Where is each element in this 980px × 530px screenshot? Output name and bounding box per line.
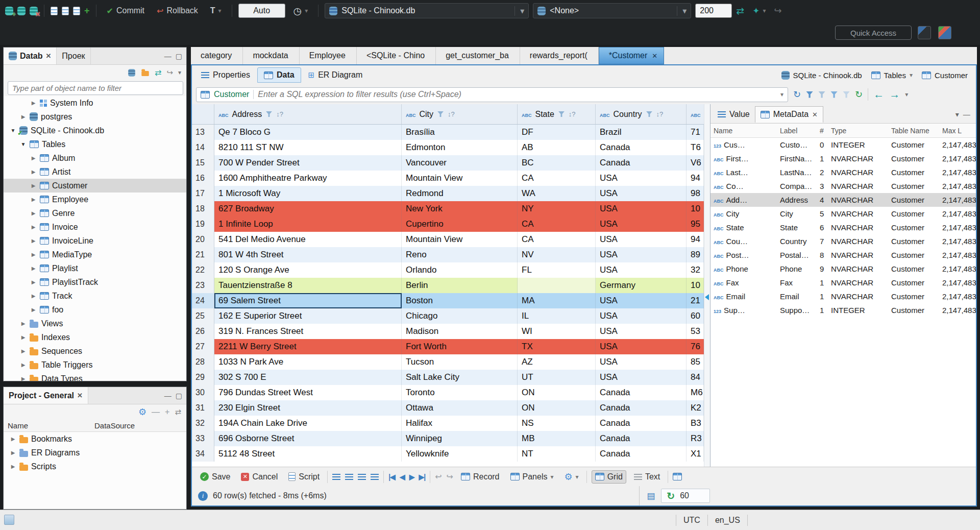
metadata-maxlength-cell[interactable]: 2,147,483 bbox=[939, 306, 976, 315]
cell-postalcode-clipped[interactable]: 71 bbox=[687, 125, 704, 140]
cell-postalcode-clipped[interactable]: 60 bbox=[687, 308, 704, 324]
cell-postalcode-clipped[interactable]: 84 bbox=[687, 370, 704, 385]
row-number[interactable]: 26 bbox=[192, 324, 214, 339]
new-connection-icon[interactable]: + bbox=[5, 7, 13, 15]
cell-city[interactable]: Madison bbox=[402, 324, 518, 339]
column-header-city[interactable]: City ↕? bbox=[402, 104, 518, 124]
expander-arrow-icon[interactable] bbox=[20, 362, 27, 368]
fetch-size-input[interactable] bbox=[695, 4, 732, 18]
grid-view-button[interactable]: Grid bbox=[592, 470, 626, 484]
metadata-type-cell[interactable]: NVARCHAR bbox=[828, 292, 888, 301]
cell-address[interactable]: 162 E Superior Street bbox=[214, 308, 402, 324]
result-set-options-icon[interactable] bbox=[673, 473, 682, 480]
cell-state[interactable]: TX bbox=[518, 339, 596, 354]
commit-button[interactable]: ✔ Commit bbox=[103, 4, 149, 18]
maximize-icon[interactable]: ▢ bbox=[176, 52, 182, 60]
metadata-maxlength-cell[interactable]: 2,147,483 bbox=[939, 278, 976, 287]
editor-tab[interactable]: <SQLite - Chino bbox=[357, 47, 436, 64]
cancel-button[interactable]: Cancel bbox=[238, 471, 281, 483]
cell-state[interactable]: IL bbox=[518, 308, 596, 324]
tree-item[interactable]: Scripts bbox=[4, 460, 186, 473]
new-sql-editor-icon[interactable] bbox=[73, 7, 80, 15]
cell-city[interactable]: Redmond bbox=[402, 186, 518, 201]
previous-row-icon[interactable]: ◀ bbox=[400, 473, 405, 481]
tree-item[interactable]: Invoice bbox=[4, 220, 186, 234]
cell-country[interactable]: USA bbox=[596, 324, 687, 339]
tab-projects[interactable]: Проек bbox=[57, 47, 90, 64]
column-header-max-length[interactable]: Max L bbox=[939, 127, 976, 135]
sort-icon[interactable]: ↕? bbox=[448, 110, 455, 118]
metadata-ordinal-cell[interactable]: 7 bbox=[817, 237, 828, 246]
cell-state[interactable]: BC bbox=[518, 155, 596, 171]
filter-history-dropdown-icon[interactable]: ▾ bbox=[780, 91, 783, 98]
expander-arrow-icon[interactable] bbox=[20, 376, 27, 381]
cell-state[interactable]: CA bbox=[518, 171, 596, 186]
close-icon[interactable]: ✕ bbox=[45, 52, 51, 60]
expander-arrow-icon[interactable] bbox=[10, 464, 16, 469]
add-row-icon[interactable] bbox=[345, 474, 353, 480]
tree-item[interactable]: PlaylistTrack bbox=[4, 275, 186, 289]
cell-address[interactable]: 801 W 4th Street bbox=[214, 247, 402, 262]
expand-all-icon[interactable]: + bbox=[165, 407, 169, 417]
metadata-table-cell[interactable]: Customer bbox=[888, 154, 939, 163]
row-number[interactable]: 32 bbox=[192, 416, 214, 431]
row-number[interactable]: 21 bbox=[192, 247, 214, 262]
expander-arrow-icon[interactable] bbox=[20, 321, 27, 326]
cell-country[interactable]: USA bbox=[596, 216, 687, 232]
metadata-row[interactable]: Sup… Suppo… 1 INTEGER Customer 2,147,483 bbox=[710, 303, 976, 317]
column-header-type[interactable]: Type bbox=[828, 127, 888, 135]
metadata-label-cell[interactable]: Phone bbox=[777, 264, 817, 273]
metadata-name-cell[interactable]: Cus… bbox=[710, 140, 777, 149]
cell-state[interactable]: DF bbox=[518, 125, 596, 140]
row-number[interactable]: 22 bbox=[192, 262, 214, 278]
schema-combo[interactable]: <None> ▾ bbox=[533, 3, 691, 18]
cell-country[interactable]: Brazil bbox=[596, 125, 687, 140]
metadata-label-cell[interactable]: Email bbox=[777, 292, 817, 301]
expander-arrow-icon[interactable] bbox=[30, 238, 37, 244]
heap-status-icon[interactable] bbox=[4, 515, 14, 525]
link-with-editor-icon[interactable]: ⇄ bbox=[175, 407, 181, 417]
metadata-maxlength-cell[interactable]: 2,147,483 bbox=[939, 264, 976, 273]
tab-er-diagram[interactable]: ⊞ ER Diagram bbox=[302, 67, 369, 83]
tree-item[interactable]: Playlist bbox=[4, 261, 186, 275]
cell-address[interactable]: 69 Salem Street bbox=[214, 293, 402, 308]
metadata-table-cell[interactable]: Customer bbox=[888, 292, 939, 301]
cell-address[interactable]: 8210 111 ST NW bbox=[214, 140, 402, 155]
cell-address[interactable]: 5112 48 Street bbox=[214, 446, 402, 462]
metadata-maxlength-cell[interactable]: 2,147,483 bbox=[939, 140, 976, 149]
column-datasource[interactable]: DataSource bbox=[94, 421, 186, 430]
cell-country[interactable]: USA bbox=[596, 262, 687, 278]
filter-expression-input[interactable] bbox=[258, 90, 776, 99]
metadata-row[interactable]: State State 6 NVARCHAR Customer 2,147,48… bbox=[710, 221, 976, 234]
expander-arrow-icon[interactable] bbox=[30, 100, 37, 106]
metadata-type-cell[interactable]: NVARCHAR bbox=[828, 182, 888, 190]
column-header-ordinal[interactable]: # bbox=[817, 127, 828, 135]
column-filter-icon[interactable] bbox=[266, 111, 272, 117]
metadata-maxlength-cell[interactable]: 2,147,483 bbox=[939, 209, 976, 218]
row-number[interactable]: 29 bbox=[192, 370, 214, 385]
cell-state[interactable]: WI bbox=[518, 324, 596, 339]
cell-city[interactable]: Mountain View bbox=[402, 232, 518, 247]
cell-country[interactable]: USA bbox=[596, 308, 687, 324]
cell-city[interactable]: Halifax bbox=[402, 416, 518, 431]
metadata-row[interactable]: Co… Compa… 3 NVARCHAR Customer 2,147,483 bbox=[710, 179, 976, 193]
cell-country[interactable]: Canada bbox=[596, 385, 687, 400]
cell-address[interactable]: 230 Elgin Street bbox=[214, 400, 402, 416]
metadata-ordinal-cell[interactable]: 2 bbox=[817, 168, 828, 177]
metadata-label-cell[interactable]: LastNa… bbox=[777, 168, 817, 177]
cell-postalcode-clipped[interactable]: X1 bbox=[687, 446, 704, 462]
tree-item[interactable]: System Info bbox=[4, 96, 186, 110]
metadata-type-cell[interactable]: INTEGER bbox=[828, 306, 888, 315]
metadata-label-cell[interactable]: Country bbox=[777, 237, 817, 246]
custom-filter-icon[interactable] bbox=[843, 91, 850, 98]
cell-address[interactable]: 1600 Amphitheatre Parkway bbox=[214, 171, 402, 186]
tree-item[interactable]: Indexes bbox=[4, 330, 186, 344]
cell-address[interactable]: 319 N. Frances Street bbox=[214, 324, 402, 339]
minimize-icon[interactable]: — bbox=[963, 110, 970, 118]
tab-database-navigator[interactable]: Datab ✕ bbox=[4, 47, 57, 64]
fetch-all-icon[interactable]: ↪ bbox=[447, 472, 453, 481]
cell-postalcode-clipped[interactable]: B3 bbox=[687, 416, 704, 431]
metadata-row[interactable]: First… FirstNa… 1 NVARCHAR Customer 2,14… bbox=[710, 152, 976, 165]
tree-item[interactable]: Data Types bbox=[4, 372, 186, 381]
cell-state[interactable] bbox=[518, 278, 596, 293]
